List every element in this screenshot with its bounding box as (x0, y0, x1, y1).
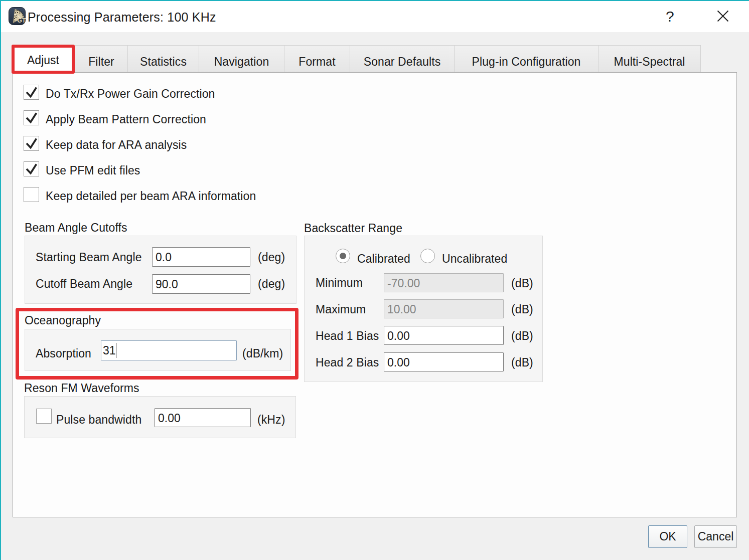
svg-text:GT: GT (18, 17, 26, 24)
